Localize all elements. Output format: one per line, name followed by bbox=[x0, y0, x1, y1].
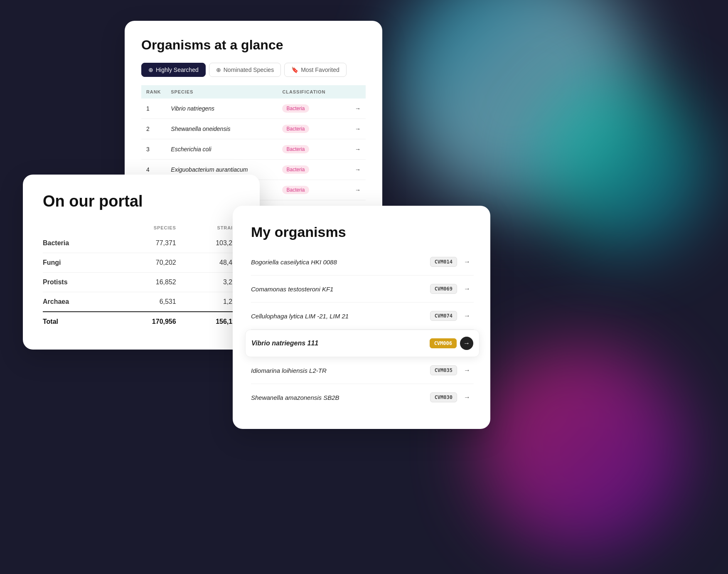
classification-badge: Bacteria bbox=[282, 104, 309, 113]
organism-arrow-button[interactable]: → bbox=[460, 364, 474, 377]
tab-most-favorited[interactable]: 🔖 Most Favorited bbox=[284, 63, 347, 77]
portal-col-strains: STRAINS bbox=[176, 222, 240, 234]
background-blob-3 bbox=[541, 83, 707, 249]
col-action bbox=[345, 85, 366, 99]
portal-table: SPECIES STRAINS Bacteria 77,371 103,277 … bbox=[43, 222, 240, 331]
portal-row-species: 77,371 bbox=[112, 234, 176, 253]
list-item[interactable]: Vibrio natriegens 111 CVM006 → bbox=[245, 330, 480, 357]
arrow-cell[interactable]: → bbox=[345, 180, 366, 200]
organism-badge-group: CVM014 → bbox=[430, 255, 474, 269]
organism-name: Shewanella amazonensis SB2B bbox=[251, 394, 430, 401]
species-cell: Escherichia coli bbox=[166, 139, 277, 160]
organism-name: Vibrio natriegens 111 bbox=[251, 340, 430, 347]
portal-col-species: SPECIES bbox=[112, 222, 176, 234]
portal-row-strains: 48,407 bbox=[176, 253, 240, 272]
rank-cell: 2 bbox=[141, 119, 166, 139]
portal-total-strains: 156,197 bbox=[176, 312, 240, 331]
organisms-card-title: Organisms at a glance bbox=[141, 37, 366, 53]
portal-row-species: 70,202 bbox=[112, 253, 176, 272]
classification-badge: Bacteria bbox=[282, 125, 309, 133]
arrow-cell[interactable]: → bbox=[345, 119, 366, 139]
organism-arrow-button[interactable]: → bbox=[460, 309, 474, 323]
table-row[interactable]: 1 Vibrio natriegens Bacteria → bbox=[141, 99, 366, 119]
portal-row-label[interactable]: Bacteria bbox=[43, 234, 112, 253]
organism-arrow-button[interactable]: → bbox=[460, 255, 474, 269]
table-row[interactable]: 3 Escherichia coli Bacteria → bbox=[141, 139, 366, 160]
classification-cell: Bacteria bbox=[277, 139, 345, 160]
organism-badge: CVM035 bbox=[430, 365, 457, 375]
organism-badge-group: CVM074 → bbox=[430, 309, 474, 323]
portal-row-species: 6,531 bbox=[112, 292, 176, 312]
my-organisms-title: My organisms bbox=[251, 224, 474, 240]
list-item: Archaea 6,531 1,237 bbox=[43, 292, 240, 312]
organism-badge-group: CVM035 → bbox=[430, 364, 474, 377]
portal-card: On our portal SPECIES STRAINS Bacteria 7… bbox=[23, 175, 260, 350]
tab-most-favorited-label: Most Favorited bbox=[301, 67, 339, 73]
organism-badge: CVM014 bbox=[430, 257, 457, 267]
portal-row-label[interactable]: Fungi bbox=[43, 253, 112, 272]
organism-badge-group: CVM006 → bbox=[430, 337, 473, 350]
col-rank: RANK bbox=[141, 85, 166, 99]
bookmark-icon: 🔖 bbox=[291, 67, 298, 73]
list-item[interactable]: Shewanella amazonensis SB2B CVM030 → bbox=[251, 384, 474, 411]
tab-nominated-species-label: Nominated Species bbox=[224, 67, 274, 73]
portal-col-name bbox=[43, 222, 112, 234]
portal-total-row: Total 170,956 156,197 bbox=[43, 312, 240, 331]
table-row[interactable]: 2 Shewanella oneidensis Bacteria → bbox=[141, 119, 366, 139]
classification-cell: Bacteria bbox=[277, 99, 345, 119]
col-classification: CLASSIFICATION bbox=[277, 85, 345, 99]
list-item[interactable]: Comamonas testosteroni KF1 CVM069 → bbox=[251, 276, 474, 303]
organism-badge: CVM074 bbox=[430, 311, 457, 321]
rank-cell: 1 bbox=[141, 99, 166, 119]
organisms-table-header: RANK SPECIES CLASSIFICATION bbox=[141, 85, 366, 99]
portal-total-label: Total bbox=[43, 312, 112, 331]
species-cell: Vibrio natriegens bbox=[166, 99, 277, 119]
organism-name: Bogoriella caseilytica HKI 0088 bbox=[251, 259, 430, 266]
list-item: Protists 16,852 3,276 bbox=[43, 272, 240, 292]
organism-badge-group: CVM030 → bbox=[430, 391, 474, 404]
portal-row-strains: 3,276 bbox=[176, 272, 240, 292]
portal-card-title: On our portal bbox=[43, 193, 240, 210]
organism-badge: CVM030 bbox=[430, 392, 457, 402]
portal-total-species: 170,956 bbox=[112, 312, 176, 331]
classification-cell: Bacteria bbox=[277, 160, 345, 180]
organism-list: Bogoriella caseilytica HKI 0088 CVM014 →… bbox=[251, 249, 474, 411]
organism-name: Comamonas testosteroni KF1 bbox=[251, 286, 430, 293]
list-item: Bacteria 77,371 103,277 bbox=[43, 234, 240, 253]
list-item[interactable]: Idiomarina loihiensis L2-TR CVM035 → bbox=[251, 357, 474, 384]
portal-row-strains: 1,237 bbox=[176, 292, 240, 312]
organism-arrow-button[interactable]: → bbox=[460, 337, 473, 350]
classification-badge: Bacteria bbox=[282, 165, 309, 174]
arrow-cell[interactable]: → bbox=[345, 160, 366, 180]
organism-name: Idiomarina loihiensis L2-TR bbox=[251, 367, 430, 374]
organism-name: Cellulophaga lytica LIM -21, LIM 21 bbox=[251, 313, 430, 320]
organism-arrow-button[interactable]: → bbox=[460, 282, 474, 296]
col-species: SPECIES bbox=[166, 85, 277, 99]
rank-cell: 3 bbox=[141, 139, 166, 160]
organisms-tabs: ⊕ Highly Searched ⊕ Nominated Species 🔖 … bbox=[141, 63, 366, 77]
background-blob-2 bbox=[479, 345, 686, 553]
classification-badge: Bacteria bbox=[282, 145, 309, 153]
list-item[interactable]: Bogoriella caseilytica HKI 0088 CVM014 → bbox=[251, 249, 474, 276]
classification-cell: Bacteria bbox=[277, 119, 345, 139]
arrow-cell[interactable]: → bbox=[345, 139, 366, 160]
arrow-cell[interactable]: → bbox=[345, 99, 366, 119]
search-icon: ⊕ bbox=[148, 67, 153, 73]
portal-table-header: SPECIES STRAINS bbox=[43, 222, 240, 234]
species-cell: Shewanella oneidensis bbox=[166, 119, 277, 139]
classification-cell: Bacteria bbox=[277, 180, 345, 200]
organism-badge-group: CVM069 → bbox=[430, 282, 474, 296]
list-item[interactable]: Cellulophaga lytica LIM -21, LIM 21 CVM0… bbox=[251, 303, 474, 330]
organism-arrow-button[interactable]: → bbox=[460, 391, 474, 404]
portal-row-label[interactable]: Protists bbox=[43, 272, 112, 292]
portal-row-label[interactable]: Archaea bbox=[43, 292, 112, 312]
nominated-icon: ⊕ bbox=[216, 67, 221, 73]
portal-row-species: 16,852 bbox=[112, 272, 176, 292]
list-item: Fungi 70,202 48,407 bbox=[43, 253, 240, 272]
tab-nominated-species[interactable]: ⊕ Nominated Species bbox=[209, 63, 281, 77]
organism-badge: CVM006 bbox=[430, 338, 457, 348]
portal-row-strains: 103,277 bbox=[176, 234, 240, 253]
classification-badge: Bacteria bbox=[282, 186, 309, 194]
tab-highly-searched[interactable]: ⊕ Highly Searched bbox=[141, 63, 206, 77]
my-organisms-card: My organisms Bogoriella caseilytica HKI … bbox=[233, 206, 490, 429]
